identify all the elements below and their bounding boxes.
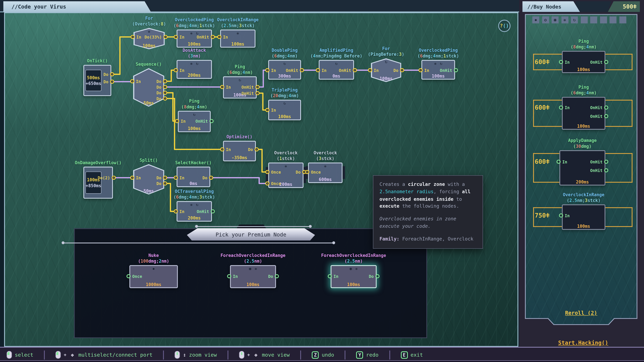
- port-in[interactable]: In: [130, 78, 141, 84]
- port-do[interactable]: Do: [394, 67, 404, 73]
- port-circle[interactable]: [220, 147, 224, 151]
- port-circle[interactable]: [163, 91, 167, 95]
- port-circle[interactable]: [110, 80, 114, 84]
- port-circle[interactable]: [418, 68, 422, 72]
- port-circle[interactable]: [130, 79, 134, 83]
- node-octraversalping[interactable]: ❋↻InOnHit200msOCTraversalPing(6dmg;4nm;3…: [176, 201, 212, 222]
- node-dosattack[interactable]: ❋↻In200msDosAttack(3nm): [176, 60, 212, 79]
- node-buy-overclockinrange[interactable]: In100msOverclockInRange(2.5nm;3stck): [562, 204, 606, 230]
- port-in[interactable]: In: [131, 34, 142, 40]
- port-circle[interactable]: [174, 176, 178, 180]
- node-nuke[interactable]: ✹Once1000msNuke(100dmg;2nm): [129, 265, 178, 288]
- port-circle[interactable]: [110, 72, 114, 76]
- port-in[interactable]: In: [265, 67, 276, 73]
- port-do[interactable]: Do: [156, 96, 167, 101]
- node-ontick[interactable]: 500ms+650msDoDoOnTick(): [83, 65, 111, 96]
- port-circle[interactable]: [163, 181, 167, 185]
- port-in[interactable]: In: [418, 67, 429, 73]
- port-circle[interactable]: [220, 85, 224, 89]
- help-button[interactable]: ?(): [498, 20, 510, 32]
- port-circle[interactable]: [163, 79, 167, 83]
- node-tripleping[interactable]: ↻In100msTriplePing(20dmg;4nm): [268, 100, 301, 120]
- port-do[interactable]: Do: [156, 84, 167, 90]
- port-onhit[interactable]: OnHit: [197, 209, 215, 214]
- claw-icon[interactable]: ❋: [561, 16, 568, 23]
- port-circle[interactable]: [328, 274, 332, 278]
- burst-star-icon[interactable]: ✹: [532, 16, 539, 23]
- node-overclockedping-2[interactable]: ❋↻InOnHit100msOverclockedPing(6dmg;4nm;1…: [422, 60, 455, 80]
- port-do[interactable]: Do: [156, 175, 167, 180]
- port-do[interactable]: Do: [202, 175, 213, 180]
- port-circle[interactable]: [265, 170, 269, 174]
- port-circle[interactable]: [210, 119, 214, 123]
- port-in[interactable]: In: [174, 67, 184, 73]
- node-buy-ping-8[interactable]: InOnHit100msPing(8dmg;4nm): [562, 51, 606, 73]
- port-in[interactable]: In: [174, 34, 184, 40]
- port-onhit[interactable]: OnHit: [196, 118, 214, 124]
- port-circle[interactable]: [174, 209, 178, 213]
- port-in[interactable]: In: [130, 175, 141, 180]
- node-amplifiedping[interactable]: ↻InOnHit0msAmplifiedPing(4nm;Pingdmg Bef…: [319, 60, 354, 80]
- node-ping-6[interactable]: ↻InOnHitOnHit100msPing(6dmg;4nm): [223, 76, 257, 98]
- node-doubleping[interactable]: ↻InOnHit300msDoublePing(6dmg;4nm): [268, 60, 301, 80]
- port-do[interactable]: Do: [268, 273, 279, 279]
- port-circle[interactable]: [131, 35, 135, 39]
- node-for-pingbefore[interactable]: ↻InDo100msFor(PingBefore:3): [371, 58, 401, 82]
- port-onhit[interactable]: OnHit: [197, 34, 215, 40]
- port-onhit[interactable]: OnHit: [242, 84, 260, 90]
- empty-slot[interactable]: [580, 16, 588, 23]
- port-circle[interactable]: [375, 274, 379, 278]
- port-circle[interactable]: [256, 91, 260, 95]
- node-overclock-1[interactable]: ❋OnceOnceDo200msOverclock(1stck): [268, 163, 304, 188]
- port-circle[interactable]: [368, 68, 372, 72]
- port-in[interactable]: In: [175, 118, 186, 124]
- port-do[interactable]: Do: [156, 78, 167, 84]
- port-circle[interactable]: [217, 35, 221, 39]
- port-circle[interactable]: [265, 108, 269, 112]
- port-onhit[interactable]: OnHit: [339, 67, 357, 73]
- node-split[interactable]: InDoDo50msSplit(): [133, 164, 164, 195]
- port-circle[interactable]: [126, 274, 130, 278]
- port-circle[interactable]: [163, 96, 167, 100]
- port-circle[interactable]: [164, 35, 168, 39]
- port-do[interactable]: Do: [104, 71, 114, 77]
- port-in[interactable]: In: [265, 107, 276, 113]
- node-sequence[interactable]: InDoDoDoDo50msSequence(): [133, 68, 164, 107]
- port-once[interactable]: Once: [265, 181, 281, 186]
- node-optimize[interactable]: InDo-350msOptimize(): [223, 141, 256, 161]
- port-in[interactable]: In: [220, 84, 231, 90]
- port-in[interactable]: In: [316, 67, 326, 73]
- port-circle[interactable]: [209, 176, 213, 180]
- port-once[interactable]: Once: [305, 169, 321, 175]
- reroll-button[interactable]: Reroll (2): [565, 310, 597, 316]
- node-ping-8[interactable]: ↻InOnHit100msPing(8dmg;4nm): [178, 111, 211, 132]
- port-circle[interactable]: [174, 68, 178, 72]
- port-circle[interactable]: [211, 209, 215, 213]
- start-hacking-button[interactable]: Start.Hacking(): [558, 339, 608, 346]
- port-do[interactable]: Do: [248, 146, 259, 152]
- empty-slot[interactable]: [610, 16, 616, 23]
- node-buy-ping-6[interactable]: InOnHitOnHit100msPing(6dmg;4nm): [562, 97, 606, 130]
- node-overclock-3[interactable]: ❋Once600msOverclock(3stck): [308, 163, 343, 183]
- port-circle[interactable]: [174, 35, 178, 39]
- node-for-overclock[interactable]: ❋InDo(33%)100msFor(Overclock:8): [134, 28, 165, 49]
- node-buy-applydamage[interactable]: InOnHitOnHit200msApplyDamage(30dmg): [560, 150, 606, 186]
- port-circle[interactable]: [163, 176, 167, 180]
- port-circle[interactable]: [275, 274, 279, 278]
- port-circle[interactable]: [316, 68, 320, 72]
- node-selecthacker[interactable]: InDo0msSelectHacker(): [176, 167, 210, 187]
- port-circle[interactable]: [454, 68, 458, 72]
- node-foreach-overclocked-1[interactable]: ◉❋InDo100msForeachOverclockedInRange(2.5…: [230, 265, 276, 288]
- port-circle[interactable]: [227, 274, 231, 278]
- port-in[interactable]: In: [217, 34, 228, 40]
- port-circle[interactable]: [300, 68, 304, 72]
- target-icon[interactable]: ◉: [552, 16, 559, 23]
- port-do[interactable]: Do: [156, 90, 167, 95]
- cycle-icon[interactable]: ↻: [571, 16, 578, 23]
- port-circle[interactable]: [265, 68, 269, 72]
- port-onhit[interactable]: OnHit: [242, 90, 260, 96]
- node-overclockinrange-1[interactable]: ❋In100msOverclockInRange(2.5nm;3stck): [220, 29, 256, 48]
- port-circle[interactable]: [265, 181, 269, 185]
- port-once[interactable]: Once: [126, 273, 142, 279]
- port-circle[interactable]: [256, 85, 260, 89]
